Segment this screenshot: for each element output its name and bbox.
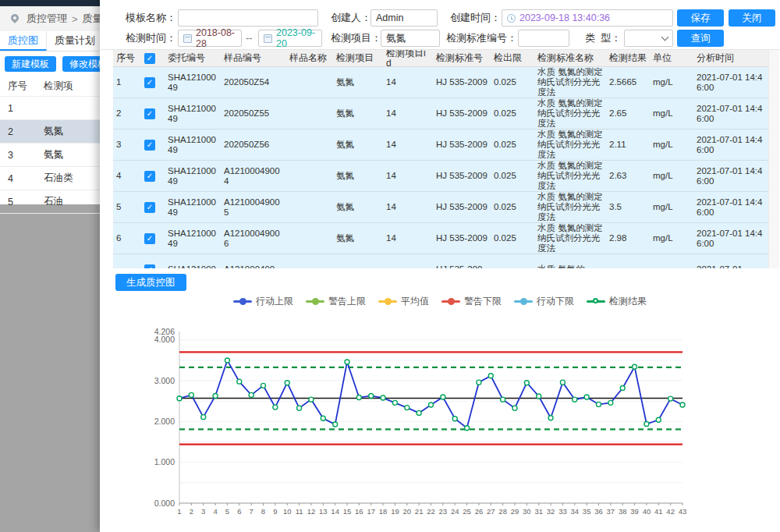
sidebar-row[interactable]: 4石油类 [0, 167, 100, 190]
tab-quality-plan[interactable]: 质量计划 [47, 31, 100, 51]
cell-consignment_no: SHA121000 [165, 254, 221, 268]
breadcrumb-item-2[interactable]: 质量计划 [83, 12, 100, 26]
cell-index: 1 [113, 67, 141, 98]
svg-text:4: 4 [213, 507, 217, 516]
sidebar-row-item: 石油 [44, 195, 100, 208]
table-row[interactable]: 5✓SHA12100049A12100049005氨氮14HJ 535-2009… [113, 192, 768, 223]
svg-text:6: 6 [237, 507, 241, 516]
row-checkbox[interactable]: ✓ [144, 233, 155, 244]
svg-text:12: 12 [307, 507, 316, 516]
legend-item[interactable]: 警告上限 [306, 295, 366, 308]
legend-item[interactable]: 检测结果 [587, 295, 647, 308]
cell-result: 2.65 [606, 98, 650, 129]
cell-test_item_id: 14 [383, 161, 433, 191]
cell-standard_name: 水质 氨氮的测定 纳氏试剂分光光度法 [534, 129, 606, 160]
legend-label: 行动下限 [537, 295, 574, 308]
legend-item[interactable]: 行动下限 [514, 295, 574, 308]
table-row[interactable]: ✓SHA121000A121000490HJ 535-200水质 氨氮的2021… [113, 254, 768, 268]
chevron-down-icon [661, 34, 669, 41]
cell-index: 3 [113, 129, 141, 160]
standard-no-input[interactable] [518, 30, 569, 47]
row-checkbox[interactable]: ✓ [144, 171, 155, 182]
close-button[interactable]: 关闭 [729, 9, 775, 27]
template-name-input[interactable] [178, 9, 318, 27]
cell-consignment_no: SHA12100049 [165, 192, 221, 222]
tab-qc-chart[interactable]: 质控图 [0, 31, 47, 51]
legend-item[interactable]: 平均值 [378, 295, 429, 308]
svg-text:32: 32 [547, 507, 555, 516]
save-button[interactable]: 保存 [677, 9, 724, 27]
svg-text:2.000: 2.000 [154, 417, 175, 426]
breadcrumb-item-1[interactable]: 质控管理 [27, 12, 67, 26]
legend-label: 警告下限 [464, 295, 502, 308]
test-time-end-input[interactable]: 2023-09-20 [258, 30, 322, 47]
svg-text:1.000: 1.000 [154, 457, 175, 466]
svg-text:3.000: 3.000 [154, 376, 175, 385]
svg-text:40: 40 [643, 507, 651, 516]
table-row[interactable]: 2✓SHA12100049202050Z55氨氮14HJ 535-20090.0… [113, 98, 768, 129]
svg-text:20: 20 [402, 507, 411, 516]
legend-dot-icon [239, 298, 246, 305]
table-row[interactable]: 4✓SHA12100049A12100049004氨氮14HJ 535-2009… [113, 161, 768, 192]
cell-analysis_time: 2021-07-01 [693, 254, 768, 268]
table-row[interactable]: 3✓SHA12100049202050Z56氨氮14HJ 535-20090.0… [113, 129, 768, 161]
legend-dot-icon [312, 298, 319, 305]
cell-test_item: 氨氮 [333, 129, 383, 160]
svg-text:1: 1 [177, 507, 181, 516]
cell-sample_name [286, 129, 333, 160]
row-checkbox[interactable]: ✓ [144, 77, 155, 88]
select-all-checkbox[interactable]: ✓ [144, 53, 155, 64]
cell-consignment_no: SHA12100049 [165, 98, 221, 129]
legend-label: 行动上限 [256, 295, 293, 308]
column-header-sample_no: 样品编号 [221, 50, 286, 66]
column-header-result: 检测结果 [606, 50, 650, 66]
tab-bar: 质控图 质量计划 [0, 31, 100, 51]
sidebar-row[interactable]: 2氨氮 [0, 120, 100, 144]
legend-item[interactable]: 警告下限 [441, 295, 502, 308]
cell-detection_limit: 0.025 [491, 192, 534, 222]
create-time-input[interactable]: 2023-09-18 13:40:36 [502, 9, 673, 27]
svg-text:10: 10 [283, 507, 292, 516]
cell-standard_name: 水质 氨氮的测定 纳氏试剂分光光度法 [534, 67, 606, 98]
cell-unit: mg/L [650, 192, 693, 222]
sidebar-row[interactable]: 1 [0, 97, 100, 120]
sidebar-row-no: 2 [0, 126, 44, 137]
test-item-input[interactable] [381, 30, 440, 47]
row-checkbox[interactable]: ✓ [144, 140, 155, 151]
cell-detection_limit: 0.025 [491, 223, 534, 254]
legend-label: 警告上限 [328, 295, 366, 308]
table-row[interactable]: 1✓SHA12100049202050Z54氨氮14HJ 535-20090.0… [113, 67, 768, 98]
qc-template-panel: 模板名称： 创建人： 创建时间： 2023-09-18 13:40:36 保存 … [100, 0, 780, 532]
cell-sample_no: A12100049006 [221, 223, 286, 254]
cell-sample_name [286, 67, 333, 98]
cell-result: 2.63 [606, 161, 650, 191]
test-time-start-input[interactable]: 2018-08-28 [178, 30, 242, 47]
new-template-button[interactable]: 新建模板 [5, 56, 56, 72]
sidebar-row-item: 氨氮 [44, 148, 100, 161]
type-select[interactable] [624, 30, 673, 47]
qc-chart: 0.0001.0002.0003.0004.0004.2061234567891… [152, 324, 698, 523]
query-button[interactable]: 查询 [677, 30, 724, 47]
row-checkbox[interactable]: ✓ [144, 264, 155, 269]
date-range-separator: -- [246, 30, 253, 47]
cell-test_item_id: 14 [383, 192, 433, 222]
legend-marker-icon [378, 300, 397, 303]
sidebar-table-header: 序号 检测项 [0, 76, 100, 97]
type-label: 类 型： [585, 30, 621, 47]
row-checkbox[interactable]: ✓ [144, 202, 155, 213]
table-scrollbar[interactable] [768, 50, 779, 268]
svg-text:5: 5 [225, 507, 229, 516]
table-row[interactable]: 6✓SHA12100049A12100049006氨氮14HJ 535-2009… [113, 223, 768, 254]
creator-input[interactable] [370, 9, 438, 27]
column-header-test_item_id: 检测项目id [383, 50, 433, 66]
svg-text:7: 7 [249, 507, 253, 516]
svg-text:31: 31 [534, 507, 543, 516]
legend-item[interactable]: 行动上限 [233, 295, 293, 308]
edit-template-button[interactable]: 修改模板 [62, 56, 100, 72]
sidebar-row[interactable]: 3氨氮 [0, 144, 100, 167]
cell-check: ✓ [141, 192, 165, 222]
sidebar-row[interactable]: 5石油 [0, 190, 100, 214]
cell-test_item: 氨氮 [333, 223, 383, 254]
row-checkbox[interactable]: ✓ [144, 108, 155, 119]
generate-qc-chart-button[interactable]: 生成质控图 [115, 274, 186, 291]
